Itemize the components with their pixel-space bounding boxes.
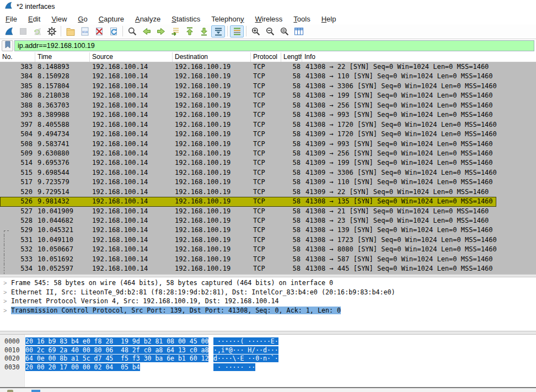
- packet-row-508[interactable]: 5089.583741192.168.100.14192.168.100.19T…: [0, 139, 536, 149]
- menu-tools[interactable]: Tools: [288, 14, 315, 24]
- packet-row-385[interactable]: 3858.157804192.168.100.14192.168.100.19T…: [0, 82, 536, 91]
- zoom-in-button[interactable]: [249, 25, 262, 37]
- cell-no: 515: [0, 168, 35, 178]
- cell-protocol: TCP: [251, 264, 281, 273]
- packet-row-504[interactable]: 5049.494734192.168.100.14192.168.100.19T…: [0, 130, 536, 139]
- hex-row-0010[interactable]: 001000 2c 69 2a 40 00 80 06 48 2f c0 a8 …: [0, 346, 536, 355]
- menu-help[interactable]: Help: [316, 14, 342, 24]
- column-header-source[interactable]: Source: [90, 52, 173, 62]
- capture-comment-icon[interactable]: [31, 390, 40, 392]
- column-header-time[interactable]: Time: [35, 52, 90, 62]
- column-header-destination[interactable]: Destination: [173, 52, 251, 62]
- cell-source: 192.168.100.14: [90, 225, 173, 235]
- menu-statistics[interactable]: Statistics: [166, 14, 206, 24]
- expand-chevron-icon[interactable]: >: [3, 288, 7, 297]
- first-packet-button[interactable]: [183, 25, 196, 37]
- packet-row-528[interactable]: 52810.044682192.168.100.14192.168.100.19…: [0, 216, 536, 225]
- find-packet-button[interactable]: [125, 25, 139, 37]
- go-forward-button[interactable]: [154, 25, 168, 37]
- reload-file-button[interactable]: [106, 25, 120, 37]
- go-to-packet-button[interactable]: [168, 25, 182, 37]
- detail-row-3[interactable]: >Transmission Control Protocol, Src Port…: [0, 306, 536, 315]
- menu-view[interactable]: View: [46, 14, 72, 24]
- expand-chevron-icon[interactable]: >: [3, 297, 7, 306]
- zoom-out-button[interactable]: [263, 25, 277, 37]
- hex-offset: 0010: [4, 346, 25, 355]
- arrow-down-icon: [199, 26, 209, 36]
- detail-row-2[interactable]: >Internet Protocol Version 4, Src: 192.1…: [0, 297, 536, 306]
- menu-capture[interactable]: Capture: [93, 14, 130, 24]
- packet-row-509[interactable]: 5099.630880192.168.100.14192.168.100.19T…: [0, 149, 536, 158]
- expand-chevron-icon[interactable]: >: [3, 278, 7, 288]
- cell-info: 41308 → 110 [SYN] Seq=0 Win=1024 Len=0 M…: [302, 72, 536, 81]
- filter-bar: [0, 39, 536, 52]
- cell-time: 8.218038: [35, 91, 90, 100]
- detail-text: Internet Protocol Version 4, Src: 192.16…: [11, 297, 279, 305]
- zoom-original-button[interactable]: [277, 25, 291, 37]
- detail-row-0[interactable]: >Frame 545: 58 bytes on wire (464 bits),…: [0, 278, 536, 288]
- hex-row-0000[interactable]: 000020 16 b9 83 b4 e0 f8 28 19 9d b2 81 …: [0, 337, 536, 346]
- svg-text:010: 010: [82, 30, 88, 33]
- capture-options-button[interactable]: [45, 25, 58, 37]
- packet-row-397[interactable]: 3978.405588192.168.100.14192.168.100.19T…: [0, 120, 536, 130]
- restart-capture-button[interactable]: [30, 25, 44, 37]
- save-file-button[interactable]: 010: [78, 25, 92, 37]
- column-header-length[interactable]: Length: [281, 52, 302, 62]
- packet-row-393[interactable]: 3938.389988192.168.100.14192.168.100.19T…: [0, 110, 536, 120]
- menu-wireless[interactable]: Wireless: [250, 14, 288, 24]
- packet-row-383[interactable]: 3838.148893192.168.100.14192.168.100.19T…: [0, 62, 536, 72]
- packet-row-388[interactable]: 3888.363703192.168.100.14192.168.100.19T…: [0, 101, 536, 110]
- cell-protocol: TCP: [251, 82, 281, 91]
- colorize-button[interactable]: [230, 25, 244, 37]
- packet-row-533[interactable]: 53310.051692192.168.100.14192.168.100.19…: [0, 255, 536, 264]
- packet-row-514[interactable]: 5149.695376192.168.100.14192.168.100.19T…: [0, 158, 536, 168]
- cell-info: 41309 → 993 [SYN] Seq=0 Win=1024 Len=0 M…: [302, 139, 536, 149]
- packet-row-515[interactable]: 5159.698544192.168.100.14192.168.100.19T…: [0, 168, 536, 178]
- cell-info: 41308 → 199 [SYN] Seq=0 Win=1024 Len=0 M…: [302, 91, 536, 100]
- close-file-button[interactable]: [92, 25, 106, 37]
- cell-protocol: TCP: [251, 72, 281, 81]
- menu-edit[interactable]: Edit: [23, 14, 46, 24]
- column-header-protocol[interactable]: Protocol: [251, 52, 281, 62]
- go-back-button[interactable]: [140, 25, 153, 37]
- packet-row-386[interactable]: 3868.218038192.168.100.14192.168.100.19T…: [0, 91, 536, 100]
- cell-length: 58: [281, 91, 302, 100]
- filter-bookmark-button[interactable]: [2, 40, 13, 51]
- cell-protocol: TCP: [251, 120, 281, 130]
- packet-row-384[interactable]: 3848.150928192.168.100.14192.168.100.19T…: [0, 72, 536, 81]
- menu-telephony[interactable]: Telephony: [206, 14, 249, 24]
- open-file-button[interactable]: [63, 25, 77, 37]
- display-filter-input[interactable]: [14, 40, 534, 51]
- auto-scroll-button[interactable]: [211, 25, 225, 37]
- resize-columns-button[interactable]: [292, 25, 305, 37]
- cell-source: 192.168.100.14: [90, 62, 173, 72]
- splitter-details-bytes[interactable]: [0, 331, 536, 335]
- detail-row-1[interactable]: >Ethernet II, Src: LiteonTe_9d:b2:81 (f8…: [0, 288, 536, 297]
- stop-capture-button[interactable]: [16, 25, 30, 37]
- hex-row-0020[interactable]: 002064 0e 00 8b a1 5c d7 45 f5 f3 30 ba …: [0, 355, 536, 363]
- cell-source: 192.168.100.14: [90, 264, 173, 273]
- packet-row-534[interactable]: 53410.052597192.168.100.14192.168.100.19…: [0, 264, 536, 273]
- packet-row-531[interactable]: 53110.049110192.168.100.14192.168.100.19…: [0, 235, 536, 245]
- menu-go[interactable]: Go: [72, 14, 93, 24]
- last-packet-button[interactable]: [197, 25, 211, 37]
- column-header-info[interactable]: Info: [302, 52, 536, 62]
- packet-row-532[interactable]: 53210.050667192.168.100.14192.168.100.19…: [0, 245, 536, 254]
- packet-row-520[interactable]: 5209.729514192.168.100.14192.168.100.19T…: [0, 187, 536, 197]
- start-capture-button[interactable]: [2, 25, 15, 37]
- cell-source: 192.168.100.14: [90, 110, 173, 120]
- hex-row-0030[interactable]: 003020 00 20 17 00 00 02 04 05 b4 · ····…: [0, 363, 536, 372]
- main-toolbar: 010: [0, 24, 536, 39]
- menu-file[interactable]: File: [0, 14, 23, 24]
- packet-row-526[interactable]: 5269.981432192.168.100.14192.168.100.19T…: [0, 197, 536, 206]
- column-header-no[interactable]: No.: [0, 52, 35, 62]
- cell-info: 41308 → 256 [SYN] Seq=0 Win=1024 Len=0 M…: [302, 101, 536, 110]
- expand-chevron-icon[interactable]: >: [3, 306, 7, 315]
- packet-row-517[interactable]: 5179.723579192.168.100.14192.168.100.19T…: [0, 178, 536, 187]
- expert-info-icon[interactable]: [7, 390, 13, 392]
- cell-protocol: TCP: [251, 235, 281, 245]
- packet-row-527[interactable]: 52710.041909192.168.100.14192.168.100.19…: [0, 207, 536, 216]
- menu-analyze[interactable]: Analyze: [130, 14, 166, 24]
- packet-row-529[interactable]: 52910.045321192.168.100.14192.168.100.19…: [0, 225, 536, 235]
- hex-ascii: ·,i*@··· H/··d···: [213, 346, 278, 354]
